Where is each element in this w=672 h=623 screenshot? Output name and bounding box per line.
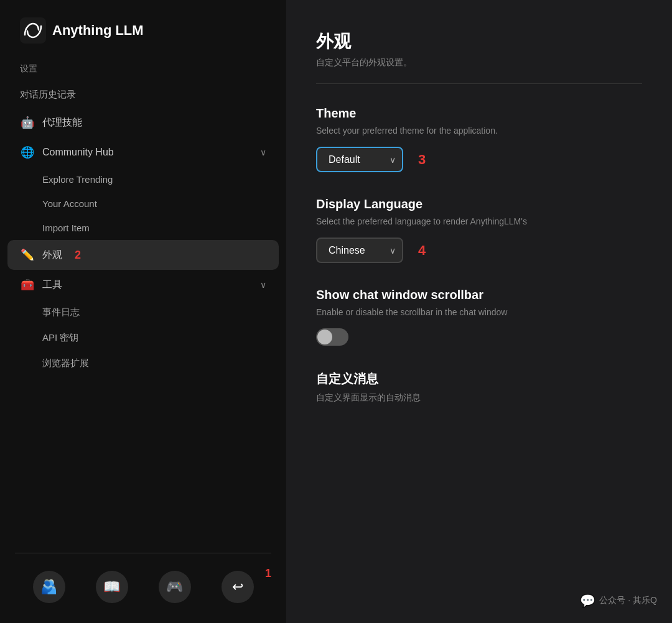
back-icon: ↩: [232, 579, 243, 595]
theme-section-title: Theme: [316, 106, 642, 121]
sidebar-footer: 🫂 📖 🎮 ↩ 1: [0, 561, 286, 623]
theme-badge: 3: [418, 152, 426, 168]
appearance-icon: ✏️: [20, 248, 35, 262]
sidebar-header: Anything LLM: [0, 0, 286, 58]
discord-button[interactable]: 🎮: [159, 571, 191, 603]
tools-icon: 🧰: [20, 278, 35, 292]
back-button[interactable]: ↩: [222, 571, 254, 603]
app-logo: [20, 17, 46, 44]
language-badge: 4: [418, 242, 426, 259]
sidebar-divider: [15, 553, 271, 553]
scrollbar-toggle[interactable]: [316, 328, 348, 346]
agent-icon: 🤖: [20, 116, 35, 129]
book-icon: 📖: [103, 579, 120, 595]
theme-dropdown-wrapper: Default Light Dark ∨ 3: [316, 147, 642, 172]
custom-messages-section: 自定义消息 自定义界面显示的自动消息: [316, 371, 642, 404]
page-subtitle: 自定义平台的外观设置。: [316, 57, 642, 68]
sidebar-item-api-key[interactable]: API 密钥: [0, 325, 286, 351]
display-language-desc: Select the preferred language to render …: [316, 216, 642, 226]
appearance-badge: 2: [75, 249, 81, 262]
scrollbar-toggle-wrapper: [316, 328, 642, 346]
toggle-knob: [317, 330, 332, 344]
custom-messages-title: 自定义消息: [316, 371, 642, 387]
sidebar-item-explore-trending[interactable]: Explore Trending: [0, 167, 286, 192]
svg-rect-0: [20, 17, 46, 44]
sidebar-item-event-log[interactable]: 事件日志: [0, 300, 286, 325]
theme-select-wrapper: Default Light Dark ∨: [316, 147, 403, 172]
scrollbar-desc: Enable or disable the scrollbar in the c…: [316, 307, 642, 317]
tools-chevron-icon: ∨: [260, 280, 266, 290]
sidebar-item-agent-skills[interactable]: 🤖 代理技能: [0, 108, 286, 137]
language-dropdown-wrapper: Chinese English Spanish French German ∨ …: [316, 238, 642, 263]
sidebar-item-browser-ext[interactable]: 浏览器扩展: [0, 351, 286, 376]
sidebar-item-community-hub[interactable]: 🌐 Community Hub ∨: [0, 137, 286, 167]
sidebar-item-tools[interactable]: 🧰 工具 ∨: [0, 270, 286, 300]
sidebar: Anything LLM 设置 对话历史记录 🤖 代理技能 🌐 Communit…: [0, 0, 286, 623]
globe-icon: 🌐: [20, 145, 35, 159]
sidebar-item-import-item[interactable]: Import Item: [0, 216, 286, 240]
settings-section-label: 设置: [0, 58, 286, 82]
theme-select[interactable]: Default Light Dark: [316, 147, 403, 172]
sidebar-item-chat-history[interactable]: 对话历史记录: [0, 82, 286, 108]
theme-section: Theme Select your preferred theme for th…: [316, 106, 642, 172]
display-language-title: Display Language: [316, 197, 642, 211]
language-select[interactable]: Chinese English Spanish French German: [316, 238, 403, 263]
discord-icon: 🎮: [166, 579, 183, 595]
scrollbar-section: Show chat window scrollbar Enable or dis…: [316, 288, 642, 346]
sidebar-item-appearance[interactable]: ✏️ 外观 2: [7, 240, 279, 270]
custom-messages-desc: 自定义界面显示的自动消息: [316, 392, 642, 404]
chevron-down-icon: ∨: [260, 147, 266, 157]
docs-button[interactable]: 📖: [96, 571, 128, 603]
app-title: Anything LLM: [52, 22, 144, 39]
language-select-wrapper: Chinese English Spanish French German ∨: [316, 238, 403, 263]
user-icon: 🫂: [40, 579, 57, 595]
title-divider: [316, 83, 642, 84]
agent-skills-label: 代理技能: [42, 116, 82, 129]
page-title: 外观: [316, 30, 642, 53]
community-hub-label: Community Hub: [42, 147, 114, 158]
tools-label: 工具: [42, 279, 62, 292]
sidebar-nav: 设置 对话历史记录 🤖 代理技能 🌐 Community Hub ∨ Explo…: [0, 58, 286, 545]
chat-history-label: 对话历史记录: [20, 89, 76, 99]
sidebar-item-your-account[interactable]: Your Account: [0, 192, 286, 216]
user-profile-button[interactable]: 🫂: [33, 571, 65, 603]
appearance-label: 外观: [42, 249, 62, 262]
theme-section-desc: Select your preferred theme for the appl…: [316, 126, 642, 136]
main-content: 外观 自定义平台的外观设置。 Theme Select your preferr…: [286, 0, 672, 623]
scrollbar-title: Show chat window scrollbar: [316, 288, 642, 302]
footer-badge: 1: [265, 567, 271, 580]
display-language-section: Display Language Select the preferred la…: [316, 197, 642, 263]
